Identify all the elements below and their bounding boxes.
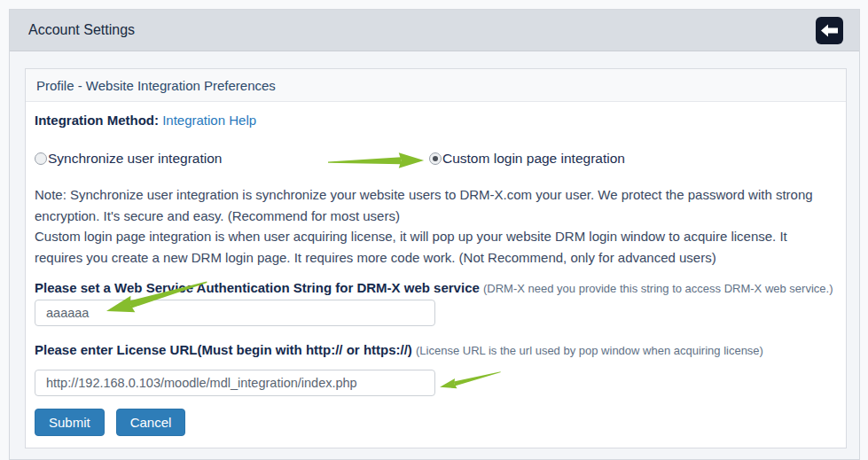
auth-string-label-row: Please set a Web Service Authentication …: [35, 280, 837, 295]
note-synchronize: Note: Synchronize user integration is sy…: [35, 184, 837, 226]
license-url-label: Please enter License URL(Must begin with…: [35, 342, 412, 357]
radio-synchronize-label: Synchronize user integration: [48, 151, 222, 167]
cancel-button[interactable]: Cancel: [116, 409, 186, 436]
panel-header: Account Settings: [10, 10, 859, 51]
note-custom: Custom login page integration is when us…: [35, 226, 837, 268]
integration-note: Note: Synchronize user integration is sy…: [35, 184, 837, 268]
radio-synchronize-integration[interactable]: Synchronize user integration: [35, 151, 222, 167]
radio-custom-login-integration[interactable]: Custom login page integration: [429, 151, 625, 167]
auth-string-label: Please set a Web Service Authentication …: [35, 280, 480, 295]
license-url-input[interactable]: [35, 370, 435, 396]
submit-button[interactable]: Submit: [35, 409, 105, 436]
radio-icon[interactable]: [35, 152, 47, 165]
radio-custom-label: Custom login page integration: [442, 151, 625, 167]
auth-string-hint: (DRM-X need you provide this string to a…: [483, 282, 833, 295]
license-url-label-row: Please enter License URL(Must begin with…: [35, 342, 837, 357]
license-url-hint: (License URL is the url used by pop wind…: [416, 344, 763, 357]
page-title: Account Settings: [28, 22, 135, 38]
account-settings-page: Account Settings Profile - Website Integ…: [0, 0, 868, 460]
back-button[interactable]: [816, 17, 843, 44]
back-arrow-icon: [821, 24, 838, 37]
form-actions: Submit Cancel: [35, 409, 837, 436]
profile-integration-card: Profile - Website Integration Preference…: [25, 68, 847, 448]
integration-method-label: Integration Method:: [35, 113, 159, 128]
account-settings-panel: Account Settings Profile - Website Integ…: [9, 9, 860, 460]
auth-string-input[interactable]: [35, 300, 435, 326]
card-title: Profile - Website Integration Preference…: [26, 69, 846, 102]
integration-form: Integration Method: Integration Help Syn…: [26, 102, 846, 443]
radio-icon-selected[interactable]: [429, 152, 442, 165]
integration-help-link[interactable]: Integration Help: [162, 113, 256, 128]
integration-method-options: Synchronize user integration Custom logi…: [35, 149, 837, 175]
integration-method-row: Integration Method: Integration Help: [35, 113, 837, 128]
